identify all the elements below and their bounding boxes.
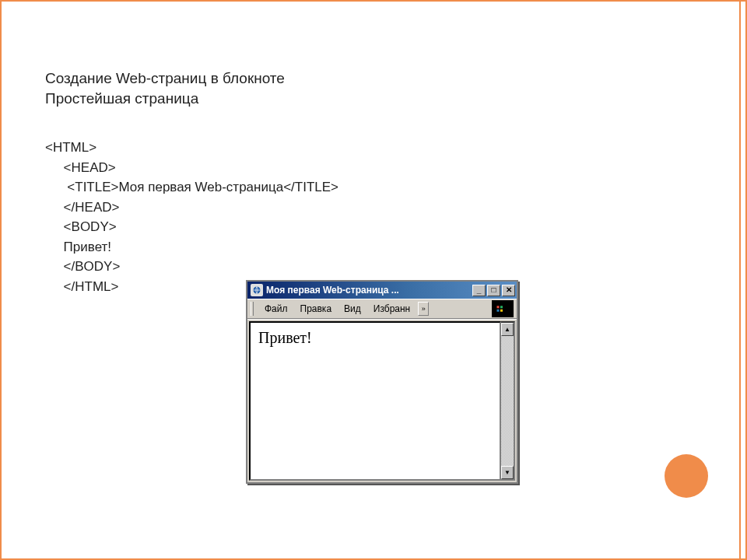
decorative-circle: [665, 454, 708, 498]
page-body: Привет!: [249, 321, 501, 481]
code-sample: <HTML> <HEAD> <TITLE>Моя первая Web-стра…: [45, 138, 724, 296]
menubar: Файл Правка Вид Избранн »: [247, 299, 517, 319]
slide-heading: Создание Web-страниц в блокноте Простейш…: [45, 68, 724, 108]
menu-edit[interactable]: Правка: [294, 302, 338, 316]
menu-overflow-button[interactable]: »: [418, 302, 429, 316]
frame-line: [0, 0, 747, 2]
frame-line: [0, 0, 2, 560]
ie-throbber-icon: [492, 300, 514, 317]
svg-rect-3: [497, 310, 500, 312]
heading-line-2: Простейшая страница: [45, 89, 724, 109]
frame-line: [739, 0, 741, 560]
minimize-button[interactable]: _: [472, 285, 486, 296]
menu-file[interactable]: Файл: [258, 302, 294, 316]
content-area: Привет! ▲ ▼: [247, 319, 517, 482]
svg-rect-1: [497, 306, 500, 308]
heading-line-1: Создание Web-страниц в блокноте: [45, 68, 724, 89]
titlebar[interactable]: Моя первая Web-страница ... _ □ ✕: [247, 282, 517, 299]
menu-favorites[interactable]: Избранн: [367, 302, 416, 316]
slide-content: Создание Web-страниц в блокноте Простейш…: [45, 68, 724, 296]
svg-rect-2: [500, 306, 503, 308]
scroll-up-button[interactable]: ▲: [501, 323, 514, 336]
toolbar-grip[interactable]: [251, 302, 254, 316]
browser-window: Моя первая Web-страница ... _ □ ✕ Файл П…: [246, 280, 518, 484]
window-title: Моя первая Web-страница ...: [266, 285, 472, 296]
menu-view[interactable]: Вид: [338, 302, 367, 316]
vertical-scrollbar[interactable]: ▲ ▼: [501, 321, 515, 481]
ie-app-icon: [251, 284, 263, 296]
close-button[interactable]: ✕: [502, 285, 515, 296]
maximize-button[interactable]: □: [487, 285, 500, 296]
scroll-track[interactable]: [501, 336, 514, 466]
svg-rect-4: [500, 310, 503, 312]
scroll-down-button[interactable]: ▼: [501, 466, 514, 479]
